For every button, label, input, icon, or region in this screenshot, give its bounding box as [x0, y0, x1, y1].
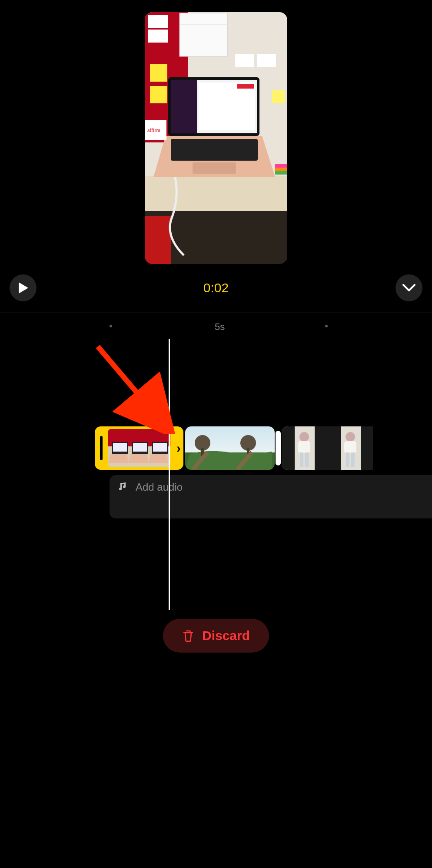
collapse-button[interactable]	[395, 274, 422, 301]
ruler-tick	[325, 325, 328, 327]
video-preview-area: affirm	[0, 0, 432, 264]
svg-rect-4	[150, 64, 167, 82]
playhead-time: 0:02	[203, 281, 229, 295]
svg-marker-40	[149, 454, 169, 463]
svg-rect-37	[153, 443, 167, 452]
svg-rect-11	[145, 176, 287, 211]
playhead[interactable]	[169, 339, 170, 610]
svg-rect-51	[361, 426, 373, 470]
timeline-ruler: 5s	[0, 321, 432, 334]
svg-rect-55	[305, 452, 309, 467]
svg-rect-58	[346, 452, 349, 467]
svg-point-56	[346, 432, 355, 442]
svg-rect-50	[328, 426, 341, 470]
svg-rect-22	[275, 164, 287, 168]
svg-rect-36	[133, 443, 147, 452]
svg-rect-20	[171, 139, 258, 161]
playback-controls: 0:02	[0, 273, 432, 303]
timeline-clip-selected[interactable]: ›	[95, 426, 183, 470]
svg-line-29	[98, 347, 163, 423]
ruler-marker-label: 5s	[215, 321, 225, 333]
preview-frame-image: affirm	[145, 12, 287, 264]
svg-marker-38	[109, 454, 129, 463]
svg-rect-3	[148, 30, 168, 43]
svg-rect-5	[150, 86, 167, 103]
ruler-tick	[110, 325, 112, 327]
svg-rect-9	[257, 54, 276, 67]
music-note-icon	[118, 481, 129, 492]
video-preview[interactable]: affirm	[145, 12, 287, 264]
clip-thumbnails	[108, 429, 170, 467]
add-audio-label: Add audio	[136, 481, 183, 493]
svg-rect-10	[272, 90, 285, 103]
svg-rect-48	[282, 426, 295, 470]
svg-point-52	[299, 432, 309, 442]
svg-rect-53	[298, 441, 310, 453]
svg-rect-17	[199, 83, 255, 130]
video-timeline[interactable]: ›	[0, 426, 432, 471]
svg-rect-24	[275, 171, 287, 175]
svg-rect-49	[315, 426, 328, 470]
play-button[interactable]	[10, 274, 37, 301]
play-icon	[18, 282, 28, 294]
svg-rect-35	[113, 443, 127, 452]
timeline-clip[interactable]	[185, 426, 275, 470]
clip-transition-handle[interactable]	[276, 431, 281, 465]
annotation-arrow	[93, 343, 180, 434]
svg-rect-59	[351, 452, 355, 467]
svg-rect-2	[148, 15, 168, 28]
timeline-clip[interactable]	[282, 426, 373, 470]
svg-rect-23	[275, 168, 287, 171]
svg-rect-57	[344, 441, 356, 453]
section-divider	[0, 313, 432, 313]
svg-marker-27	[19, 282, 28, 294]
svg-text:affirm: affirm	[147, 127, 160, 133]
svg-rect-16	[171, 80, 197, 133]
svg-rect-13	[145, 216, 171, 264]
svg-rect-6	[179, 13, 227, 56]
svg-marker-39	[129, 454, 149, 463]
discard-button[interactable]: Discard	[163, 619, 269, 653]
add-audio-button[interactable]: Add audio	[110, 475, 432, 518]
chevron-down-icon	[402, 284, 415, 292]
svg-rect-54	[300, 452, 303, 467]
svg-rect-8	[235, 54, 254, 67]
trash-icon	[182, 629, 194, 642]
chevron-right-icon: ›	[176, 441, 181, 455]
clip-trim-handle-left[interactable]	[100, 436, 103, 460]
svg-rect-18	[237, 84, 254, 89]
discard-label: Discard	[202, 628, 250, 643]
svg-rect-21	[193, 162, 236, 174]
